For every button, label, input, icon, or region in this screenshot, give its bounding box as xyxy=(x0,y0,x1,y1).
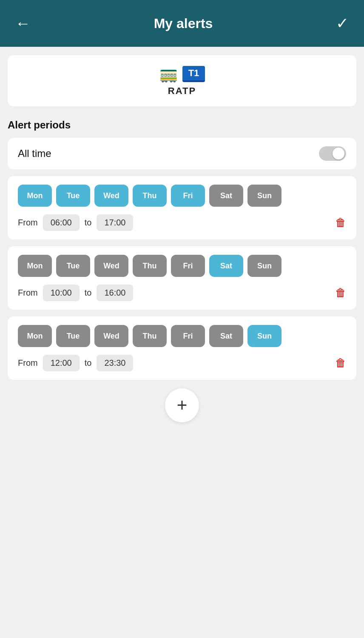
day-btn-2-thu[interactable]: Thu xyxy=(133,255,167,277)
to-label-3: to xyxy=(85,358,92,368)
transport-card: 🚃 T1 RATP xyxy=(8,55,356,106)
to-time-2[interactable]: 16:00 xyxy=(97,285,133,301)
day-btn-2-fri[interactable]: Fri xyxy=(171,255,205,277)
days-row-2: MonTueWedThuFriSatSun xyxy=(18,255,346,277)
day-btn-1-sun[interactable]: Sun xyxy=(247,185,282,207)
add-button-container: + xyxy=(8,388,356,422)
delete-period-button-3[interactable]: 🗑 xyxy=(335,356,346,370)
day-btn-1-tue[interactable]: Tue xyxy=(56,185,90,207)
all-time-card: All time xyxy=(8,138,356,169)
to-time-3[interactable]: 23:30 xyxy=(97,355,133,371)
line-badge: T1 xyxy=(182,66,205,82)
delete-period-button-1[interactable]: 🗑 xyxy=(335,216,346,229)
all-time-toggle[interactable] xyxy=(319,146,346,161)
back-button[interactable]: ← xyxy=(15,14,31,32)
from-time-3[interactable]: 12:00 xyxy=(43,355,80,371)
delete-period-button-2[interactable]: 🗑 xyxy=(335,286,346,299)
time-row-2: From10:00to16:00🗑 xyxy=(18,285,346,301)
period-card-3: MonTueWedThuFriSatSunFrom12:00to23:30🗑 xyxy=(8,316,356,380)
tram-icon: 🚃 xyxy=(159,65,178,83)
day-btn-3-sun[interactable]: Sun xyxy=(247,325,282,347)
all-time-label: All time xyxy=(18,148,51,160)
day-btn-3-wed[interactable]: Wed xyxy=(94,325,128,347)
confirm-button[interactable]: ✓ xyxy=(336,14,349,32)
time-row-1: From06:00to17:00🗑 xyxy=(18,214,346,231)
from-time-1[interactable]: 06:00 xyxy=(43,214,80,231)
from-time-2[interactable]: 10:00 xyxy=(43,285,80,301)
day-btn-1-thu[interactable]: Thu xyxy=(133,185,167,207)
day-btn-3-thu[interactable]: Thu xyxy=(133,325,167,347)
day-btn-2-mon[interactable]: Mon xyxy=(18,255,52,277)
main-content: Alert periods All time MonTueWedThuFriSa… xyxy=(0,115,364,638)
day-btn-1-wed[interactable]: Wed xyxy=(94,185,128,207)
from-label-2: From xyxy=(18,288,38,298)
from-label-1: From xyxy=(18,218,38,228)
day-btn-2-wed[interactable]: Wed xyxy=(94,255,128,277)
day-btn-2-sun[interactable]: Sun xyxy=(247,255,282,277)
day-btn-3-tue[interactable]: Tue xyxy=(56,325,90,347)
day-btn-3-sat[interactable]: Sat xyxy=(209,325,243,347)
day-btn-1-sat[interactable]: Sat xyxy=(209,185,243,207)
day-btn-2-sat[interactable]: Sat xyxy=(209,255,243,277)
from-label-3: From xyxy=(18,358,38,368)
period-card-1: MonTueWedThuFriSatSunFrom06:00to17:00🗑 xyxy=(8,176,356,239)
period-card-2: MonTueWedThuFriSatSunFrom10:00to16:00🗑 xyxy=(8,246,356,310)
page-title: My alerts xyxy=(154,16,213,31)
day-btn-1-fri[interactable]: Fri xyxy=(171,185,205,207)
day-btn-3-fri[interactable]: Fri xyxy=(171,325,205,347)
operator-name: RATP xyxy=(168,85,196,97)
periods-container: MonTueWedThuFriSatSunFrom06:00to17:00🗑Mo… xyxy=(8,176,356,380)
transport-icon-row: 🚃 T1 xyxy=(159,65,205,83)
day-btn-1-mon[interactable]: Mon xyxy=(18,185,52,207)
time-row-3: From12:00to23:30🗑 xyxy=(18,355,346,371)
to-time-1[interactable]: 17:00 xyxy=(97,214,133,231)
add-period-button[interactable]: + xyxy=(165,388,199,422)
day-btn-3-mon[interactable]: Mon xyxy=(18,325,52,347)
days-row-3: MonTueWedThuFriSatSun xyxy=(18,325,346,347)
to-label-2: to xyxy=(85,288,92,298)
header: ← My alerts ✓ xyxy=(0,0,364,47)
to-label-1: to xyxy=(85,218,92,228)
section-title: Alert periods xyxy=(8,119,356,131)
day-btn-2-tue[interactable]: Tue xyxy=(56,255,90,277)
toggle-knob xyxy=(333,148,344,160)
days-row-1: MonTueWedThuFriSatSun xyxy=(18,185,346,207)
